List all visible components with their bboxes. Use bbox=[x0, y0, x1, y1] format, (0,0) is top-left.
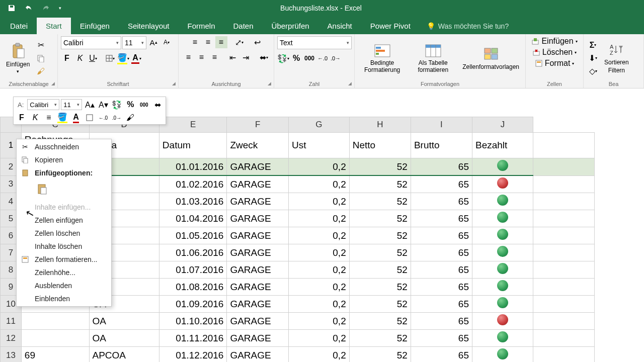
cell[interactable] bbox=[472, 193, 533, 210]
mini-format-painter[interactable]: 🖌 bbox=[124, 112, 136, 124]
ctx-delete-cells[interactable]: Zellen löschen bbox=[17, 227, 111, 240]
increase-indent-button[interactable]: ⇥ bbox=[240, 51, 252, 63]
font-combo[interactable]: Calibri▾ bbox=[61, 36, 121, 49]
cell[interactable] bbox=[533, 261, 594, 279]
cell[interactable]: 0,2 bbox=[288, 210, 349, 227]
cell[interactable]: 65 bbox=[411, 227, 472, 244]
cell[interactable] bbox=[533, 313, 594, 330]
format-as-table-button[interactable]: Als Tabelle formatieren bbox=[409, 42, 457, 74]
cell[interactable]: 01.03.2016 bbox=[159, 193, 227, 210]
cell[interactable]: 0,2 bbox=[288, 261, 349, 279]
cell[interactable]: GARAGE bbox=[227, 210, 289, 227]
cell[interactable]: GARAGE bbox=[227, 313, 289, 330]
cell-styles-button[interactable]: Zellenformatvorlagen bbox=[459, 45, 522, 71]
paste-default-button[interactable] bbox=[35, 182, 50, 197]
mini-dec-decimal[interactable]: .0→ bbox=[111, 112, 123, 124]
cell[interactable]: 52 bbox=[349, 158, 411, 176]
clear-button[interactable]: ◇▾ bbox=[587, 65, 599, 77]
cell[interactable]: 0,2 bbox=[288, 227, 349, 244]
decrease-decimal-button[interactable]: .0→ bbox=[330, 52, 342, 64]
cell[interactable]: 01.09.2016 bbox=[159, 296, 227, 313]
cell[interactable] bbox=[533, 133, 594, 158]
underline-button[interactable]: U▾ bbox=[87, 52, 99, 64]
cell[interactable] bbox=[472, 210, 533, 227]
cell[interactable]: 0,2 bbox=[288, 313, 349, 330]
mini-grow-font[interactable]: A▴ bbox=[84, 99, 96, 111]
cell[interactable] bbox=[472, 244, 533, 261]
format-cells-button[interactable]: Format▾ bbox=[533, 58, 577, 68]
column-header[interactable]: E bbox=[159, 117, 227, 133]
cell[interactable]: Ust bbox=[288, 133, 349, 158]
cell[interactable]: GARAGE bbox=[227, 296, 289, 313]
bold-button[interactable]: F bbox=[61, 52, 73, 64]
cell[interactable]: 65 bbox=[411, 313, 472, 330]
wrap-text-button[interactable]: ↩ bbox=[252, 36, 264, 48]
font-size-combo[interactable]: 11▾ bbox=[122, 36, 146, 49]
grow-font-button[interactable]: A▴ bbox=[147, 36, 159, 48]
cell[interactable]: 65 bbox=[411, 175, 472, 193]
cell[interactable]: 65 bbox=[411, 158, 472, 176]
cell[interactable]: 0,2 bbox=[288, 330, 349, 347]
cell[interactable] bbox=[533, 210, 594, 227]
save-button[interactable] bbox=[4, 2, 19, 15]
mini-comma[interactable]: 000 bbox=[138, 99, 150, 111]
ctx-row-height[interactable]: Zeilenhöhe... bbox=[17, 266, 111, 279]
accounting-format-button[interactable]: 💱▾ bbox=[277, 52, 289, 64]
fill-color-button[interactable]: 🪣▾ bbox=[117, 52, 129, 64]
cell[interactable]: 01.10.2016 bbox=[159, 313, 227, 330]
autosum-button[interactable]: Σ▾ bbox=[587, 39, 599, 51]
row-header[interactable]: 13 bbox=[1, 347, 22, 363]
align-center-button[interactable]: ≡ bbox=[196, 51, 208, 63]
cell[interactable]: 52 bbox=[349, 210, 411, 227]
cell[interactable] bbox=[533, 347, 594, 363]
tell-me-box[interactable]: 💡 Was möchten Sie tun? bbox=[420, 18, 516, 34]
cell[interactable] bbox=[472, 313, 533, 330]
column-header[interactable]: I bbox=[411, 117, 472, 133]
mini-percent[interactable]: % bbox=[124, 99, 136, 111]
cell[interactable]: APCOA bbox=[89, 347, 159, 363]
cell[interactable]: 52 bbox=[349, 175, 411, 193]
decrease-indent-button[interactable]: ⇤ bbox=[227, 51, 239, 63]
cell[interactable]: 52 bbox=[349, 313, 411, 330]
cell[interactable] bbox=[533, 330, 594, 347]
mini-size-combo[interactable]: 11▾ bbox=[61, 99, 82, 110]
cell[interactable]: GARAGE bbox=[227, 347, 289, 363]
mini-borders[interactable] bbox=[84, 112, 96, 124]
ctx-copy[interactable]: Kopieren bbox=[17, 153, 111, 166]
cell[interactable]: GARAGE bbox=[227, 261, 289, 279]
tab-powerpivot[interactable]: Power Pivot bbox=[361, 18, 420, 34]
cell[interactable]: Zweck bbox=[227, 133, 289, 158]
cell[interactable]: 01.06.2016 bbox=[159, 244, 227, 261]
tab-seitenlayout[interactable]: Seitenlayout bbox=[119, 18, 179, 34]
cell[interactable]: 52 bbox=[349, 261, 411, 279]
cell[interactable]: 52 bbox=[349, 296, 411, 313]
cut-button[interactable]: ✂ bbox=[35, 39, 47, 51]
merge-button[interactable]: ⬌▾ bbox=[258, 51, 270, 63]
mini-font-color[interactable]: A bbox=[70, 112, 82, 124]
insert-cells-button[interactable]: Einfügen▾ bbox=[529, 36, 579, 46]
cell[interactable]: 65 bbox=[411, 261, 472, 279]
cell[interactable]: 01.12.2016 bbox=[159, 347, 227, 363]
cell[interactable] bbox=[472, 330, 533, 347]
mini-align[interactable]: ≡ bbox=[43, 112, 55, 124]
cell[interactable]: 65 bbox=[411, 330, 472, 347]
cell[interactable]: 01.02.2016 bbox=[159, 175, 227, 193]
ctx-unhide[interactable]: Einblenden bbox=[17, 292, 111, 305]
mini-inc-decimal[interactable]: ←.0 bbox=[97, 112, 109, 124]
redo-button[interactable] bbox=[38, 2, 53, 15]
conditional-format-button[interactable]: Bedingte Formatierung bbox=[358, 42, 407, 74]
align-top-button[interactable]: ≡ bbox=[189, 36, 201, 48]
cell[interactable]: 65 bbox=[411, 296, 472, 313]
cell[interactable] bbox=[533, 296, 594, 313]
cell[interactable]: 65 bbox=[411, 244, 472, 261]
number-format-combo[interactable]: Text▾ bbox=[277, 36, 352, 49]
cell[interactable]: 52 bbox=[349, 330, 411, 347]
cell[interactable]: 65 bbox=[411, 279, 472, 296]
row-header[interactable]: 11 bbox=[1, 313, 22, 330]
cell[interactable] bbox=[21, 330, 89, 347]
cell[interactable] bbox=[533, 279, 594, 296]
cell[interactable]: 69 bbox=[21, 347, 89, 363]
mini-italic[interactable]: K bbox=[29, 112, 41, 124]
cell[interactable] bbox=[533, 175, 594, 193]
tab-ansicht[interactable]: Ansicht bbox=[318, 18, 361, 34]
